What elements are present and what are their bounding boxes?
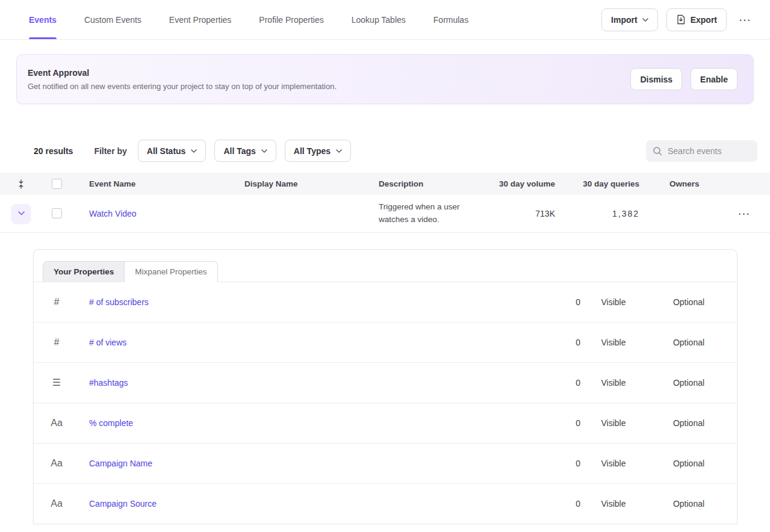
requirement-select[interactable]: Optional: [647, 378, 731, 388]
event-approval-banner: Event Approval Get notified on all new e…: [16, 54, 754, 104]
column-event-name: Event Name: [73, 179, 244, 188]
property-row: ☰ #hashtags 0 Visible Optional: [34, 363, 737, 403]
column-queries: 30 day queries: [555, 179, 639, 188]
properties-panel: Your Properties Mixpanel Properties # # …: [33, 249, 737, 524]
property-name-link[interactable]: Campaign Name: [89, 459, 152, 468]
queries-cell: 1,382: [555, 209, 639, 218]
property-name-link[interactable]: # of views: [89, 338, 126, 347]
tags-filter-label: All Tags: [223, 146, 255, 156]
export-button-label: Export: [691, 15, 717, 25]
property-name-link[interactable]: % complete: [89, 418, 133, 428]
search-box: [646, 140, 757, 162]
row-more-icon[interactable]: ⋯: [734, 205, 754, 222]
tab-events[interactable]: Events: [29, 0, 57, 39]
chevron-down-icon: [336, 149, 342, 153]
chevron-down-icon: [18, 211, 25, 215]
select-all-checkbox[interactable]: [52, 179, 62, 189]
visibility-select[interactable]: Visible: [580, 297, 647, 307]
requirement-select[interactable]: Optional: [647, 499, 731, 509]
import-button[interactable]: Import: [601, 8, 658, 31]
tab-custom-events[interactable]: Custom Events: [84, 0, 141, 39]
tab-mixpanel-properties[interactable]: Mixpanel Properties: [124, 262, 217, 282]
column-volume: 30 day volume: [481, 179, 555, 188]
property-count: 0: [514, 459, 580, 468]
banner-description: Get notified on all new events entering …: [28, 82, 337, 91]
visibility-select[interactable]: Visible: [580, 459, 647, 468]
status-filter-dropdown[interactable]: All Status: [138, 140, 206, 162]
status-filter-label: All Status: [147, 146, 186, 156]
filter-row: 20 results Filter by All Status All Tags…: [34, 140, 757, 162]
results-count: 20 results: [34, 146, 73, 156]
description-cell: Triggered when a user watches a video.: [379, 195, 481, 232]
property-row: # # of subscribers 0 Visible Optional: [34, 282, 737, 323]
text-icon: Aa: [45, 418, 69, 428]
visibility-select[interactable]: Visible: [580, 499, 647, 509]
property-count: 0: [514, 297, 580, 307]
events-table-header: Event Name Display Name Description 30 d…: [0, 173, 770, 195]
property-count: 0: [514, 338, 580, 347]
search-input[interactable]: [668, 146, 751, 156]
column-description: Description: [379, 179, 481, 188]
nav-tabs: Events Custom Events Event Properties Pr…: [29, 0, 468, 39]
tab-lookup-tables[interactable]: Lookup Tables: [352, 0, 406, 39]
text-icon: Aa: [45, 498, 69, 509]
tab-profile-properties[interactable]: Profile Properties: [259, 0, 323, 39]
chevron-down-icon: [191, 149, 197, 153]
requirement-select[interactable]: Optional: [647, 418, 731, 428]
property-row: Aa Campaign Name 0 Visible Optional: [34, 444, 737, 484]
visibility-select[interactable]: Visible: [580, 338, 647, 347]
property-count: 0: [514, 418, 580, 428]
column-owners: Owners: [639, 179, 718, 188]
property-count: 0: [514, 378, 580, 388]
row-checkbox[interactable]: [52, 208, 62, 218]
visibility-select[interactable]: Visible: [580, 378, 647, 388]
export-icon: [676, 14, 686, 25]
types-filter-dropdown[interactable]: All Types: [285, 140, 351, 162]
banner-title: Event Approval: [28, 68, 337, 78]
property-name-link[interactable]: #hashtags: [89, 378, 128, 388]
dismiss-button[interactable]: Dismiss: [630, 68, 682, 90]
property-row: # # of views 0 Visible Optional: [34, 323, 737, 363]
filter-by-label: Filter by: [94, 146, 126, 156]
requirement-select[interactable]: Optional: [647, 459, 731, 468]
banner-text: Event Approval Get notified on all new e…: [28, 68, 337, 91]
text-icon: Aa: [45, 458, 69, 469]
volume-cell: 713K: [481, 209, 555, 218]
property-row: Aa % complete 0 Visible Optional: [34, 403, 737, 444]
row-expander-button[interactable]: [11, 204, 31, 223]
tab-your-properties[interactable]: Your Properties: [43, 262, 124, 282]
table-row: Watch Video Triggered when a user watche…: [0, 195, 770, 233]
properties-tabs: Your Properties Mixpanel Properties: [34, 250, 737, 282]
types-filter-label: All Types: [294, 146, 331, 156]
import-button-label: Import: [611, 15, 638, 25]
requirement-select[interactable]: Optional: [647, 338, 731, 347]
collapse-all-icon[interactable]: [17, 179, 39, 189]
event-name-link[interactable]: Watch Video: [89, 209, 137, 218]
enable-button[interactable]: Enable: [691, 68, 737, 90]
top-nav: Events Custom Events Event Properties Pr…: [0, 0, 770, 40]
chevron-down-icon: [261, 149, 267, 153]
banner-actions: Dismiss Enable: [630, 68, 737, 90]
property-name-link[interactable]: # of subscribers: [89, 297, 149, 307]
chevron-down-icon: [642, 18, 648, 22]
property-name-link[interactable]: Campaign Source: [89, 499, 157, 509]
more-icon[interactable]: ⋯: [735, 11, 754, 28]
search-icon: [653, 146, 662, 156]
property-row: Aa Campaign Source 0 Visible Optional: [34, 484, 737, 524]
tab-formulas[interactable]: Formulas: [433, 0, 468, 39]
column-display-name: Display Name: [244, 179, 379, 188]
number-icon: #: [45, 297, 69, 308]
requirement-select[interactable]: Optional: [647, 297, 731, 307]
visibility-select[interactable]: Visible: [580, 418, 647, 428]
tab-event-properties[interactable]: Event Properties: [169, 0, 232, 39]
number-icon: #: [45, 337, 69, 348]
list-icon: ☰: [45, 377, 69, 388]
property-count: 0: [514, 499, 580, 509]
export-button[interactable]: Export: [666, 8, 727, 31]
tags-filter-dropdown[interactable]: All Tags: [214, 140, 276, 162]
nav-actions: Import Export ⋯: [601, 8, 754, 31]
